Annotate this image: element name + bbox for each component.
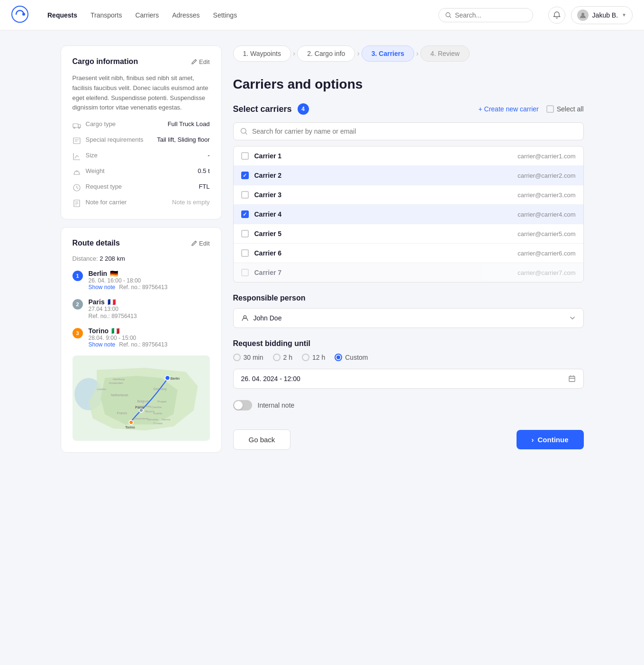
step-waypoints[interactable]: 1. Waypoints — [233, 46, 291, 62]
continue-button[interactable]: › Continue — [517, 430, 584, 449]
size-row: Size - — [73, 152, 210, 161]
special-req-value: Tail lift, Sliding floor — [157, 136, 209, 143]
carrier-row-2[interactable]: ✓ Carrier 2 carrier@carrier2.com — [234, 166, 583, 185]
svg-point-16 — [129, 420, 133, 425]
radio-custom[interactable] — [335, 354, 342, 361]
carrier-email-7: carrier@carrier7.com — [517, 269, 575, 276]
waypoint-info-2: Paris 🇫🇷 27.04 13:00 Ref. no.: 89756413 — [89, 298, 137, 319]
request-type-row: Request type FTL — [73, 183, 210, 192]
responsible-person-value: John Doe — [254, 314, 564, 322]
svg-text:Munich: Munich — [145, 410, 154, 413]
search-icon — [445, 12, 451, 18]
carrier-checkbox-2[interactable]: ✓ — [241, 172, 249, 179]
waypoint-num-3: 3 — [73, 328, 83, 338]
svg-rect-7 — [73, 138, 80, 144]
waypoint-1: 1 Berlin 🇩🇪 26. 04. 16:00 - 18:00 true S… — [73, 270, 210, 291]
bidding-radio-group: 30 min 2 h 12 h Custom — [233, 354, 584, 361]
bidding-option-custom[interactable]: Custom — [335, 354, 368, 361]
nav-transports[interactable]: Transports — [91, 11, 122, 19]
steps-indicator: 1. Waypoints › 2. Cargo info › 3. Carrie… — [233, 46, 584, 62]
responsible-person-select[interactable]: John Doe — [233, 308, 584, 328]
create-new-carrier-button[interactable]: + Create new carrier — [478, 105, 538, 113]
carrier-search-box[interactable] — [233, 122, 584, 140]
radio-12h[interactable] — [302, 354, 309, 361]
svg-text:Amsterdam: Amsterdam — [109, 382, 123, 384]
bidding-date-field[interactable]: 26. 04. 2024 - 12:00 — [233, 369, 584, 389]
waypoint-city-1: Berlin 🇩🇪 — [89, 270, 168, 277]
nav-carriers[interactable]: Carriers — [135, 11, 159, 19]
size-label: Size — [86, 152, 203, 159]
select-all-checkbox[interactable] — [546, 105, 554, 113]
carrier-row-3[interactable]: Carrier 3 carrier@carrier3.com — [234, 185, 583, 205]
carrier-name-6: Carrier 6 — [254, 249, 512, 257]
svg-text:Czechia: Czechia — [151, 406, 162, 409]
carrier-checkbox-5[interactable] — [241, 230, 249, 237]
chevron-down-icon: ▼ — [622, 12, 626, 18]
carrier-search-input[interactable] — [252, 128, 577, 135]
svg-point-0 — [12, 6, 28, 22]
carrier-row-4[interactable]: ✓ Carrier 4 carrier@carrier4.com — [234, 205, 583, 224]
carrier-checkbox-6[interactable] — [241, 249, 249, 257]
carrier-checkbox-3[interactable] — [241, 191, 249, 199]
bidding-date-value: 26. 04. 2024 - 12:00 — [241, 375, 568, 383]
step-review[interactable]: 4. Review — [420, 46, 469, 62]
show-note-link-3[interactable]: Show note — [89, 341, 116, 348]
waypoints-list: 1 Berlin 🇩🇪 26. 04. 16:00 - 18:00 true S… — [73, 270, 210, 348]
size-value: - — [208, 152, 209, 159]
waypoint-time-2: 27.04 13:00 — [89, 306, 137, 312]
carrier-checkbox-1[interactable] — [241, 152, 249, 160]
responsible-section: Responsible person John Doe — [233, 294, 584, 328]
route-title: Route details — [73, 239, 120, 247]
nav-icons: Jakub B. ▼ — [548, 6, 633, 24]
carrier-email-4: carrier@carrier4.com — [517, 211, 575, 218]
weight-row: Weight 0.5 t — [73, 167, 210, 176]
carrier-row-5[interactable]: Carrier 5 carrier@carrier5.com — [234, 224, 583, 244]
note-icon — [73, 199, 81, 208]
nav-requests[interactable]: Requests — [47, 11, 77, 19]
cargo-edit-button[interactable]: Edit — [191, 58, 209, 65]
carrier-checkbox-7[interactable] — [241, 269, 249, 276]
carrier-name-1: Carrier 1 — [254, 152, 512, 160]
show-note-link-1[interactable]: Show note — [89, 284, 116, 291]
search-bar[interactable] — [438, 8, 533, 22]
weight-value: 0.5 t — [198, 167, 209, 174]
route-map: Berlin Paris Torino Germany Belgium Luxe… — [73, 355, 210, 441]
bidding-label: Request bidding until — [233, 339, 584, 348]
radio-2h[interactable] — [273, 354, 281, 361]
carrier-name-7: Carrier 7 — [254, 269, 512, 276]
carrier-email-3: carrier@carrier3.com — [517, 191, 575, 199]
carrier-name-5: Carrier 5 — [254, 230, 512, 237]
select-all-wrap[interactable]: Select all — [546, 105, 584, 113]
carrier-checkbox-4[interactable]: ✓ — [241, 210, 249, 218]
internal-note-toggle[interactable] — [233, 400, 252, 410]
notifications-button[interactable] — [548, 7, 565, 24]
svg-text:Torino: Torino — [125, 425, 135, 429]
waypoint-time-3: 28.04. 9:00 - 15:00 — [89, 335, 168, 341]
cargo-card-header: Cargo information Edit — [73, 57, 210, 66]
bidding-option-30min[interactable]: 30 min — [233, 354, 263, 361]
nav-adresses[interactable]: Adresses — [172, 11, 200, 19]
radio-30min[interactable] — [233, 354, 241, 361]
search-input[interactable] — [455, 11, 526, 19]
cargo-title: Cargo information — [73, 57, 138, 66]
carrier-row-7[interactable]: Carrier 7 carrier@carrier7.com — [234, 263, 583, 282]
step-cargo[interactable]: 2. Cargo info — [297, 46, 355, 62]
go-back-button[interactable]: Go back — [233, 429, 291, 450]
logo[interactable] — [11, 6, 28, 25]
note-value: Note is empty — [172, 199, 209, 206]
carrier-row-1[interactable]: Carrier 1 carrier@carrier1.com — [234, 146, 583, 166]
step-carriers[interactable]: 3. Carriers — [362, 46, 414, 62]
route-edit-button[interactable]: Edit — [191, 240, 209, 247]
bidding-option-12h[interactable]: 12 h — [302, 354, 325, 361]
responsible-chevron-icon — [569, 315, 576, 321]
svg-text:Vienna: Vienna — [161, 418, 170, 421]
carrier-row-6[interactable]: Carrier 6 carrier@carrier6.com — [234, 244, 583, 263]
route-details-card: Route details Edit Distance: 2 208 km 1 — [61, 227, 222, 453]
user-menu[interactable]: Jakub B. ▼ — [571, 6, 633, 24]
svg-text:Belgium: Belgium — [137, 400, 149, 403]
bidding-option-2h[interactable]: 2 h — [273, 354, 292, 361]
nav-settings[interactable]: Settings — [213, 11, 237, 19]
bidding-section: Request bidding until 30 min 2 h 12 h Cu… — [233, 339, 584, 389]
calendar-icon — [568, 375, 576, 383]
carriers-actions: + Create new carrier Select all — [478, 105, 583, 113]
